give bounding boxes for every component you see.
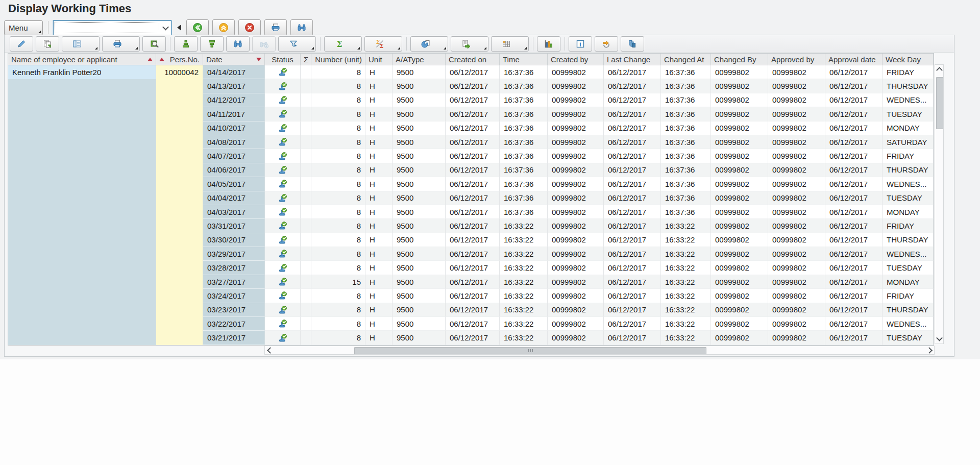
cell-pers_no: 10000042 bbox=[156, 65, 203, 79]
cell-status bbox=[265, 79, 301, 93]
alv-button-edit-pencil[interactable] bbox=[10, 36, 33, 52]
alv-button-details[interactable] bbox=[62, 36, 100, 52]
table-row: 03/29/20178H950006/12/201716:33:22009998… bbox=[8, 247, 934, 261]
cell-approval_date: 06/12/2017 bbox=[825, 79, 883, 93]
cell-pers_no bbox=[156, 149, 203, 163]
cell-name bbox=[8, 177, 156, 191]
toolbar-button-back[interactable] bbox=[186, 19, 209, 36]
scroll-right-button[interactable] bbox=[925, 346, 933, 354]
column-header-time[interactable]: Time bbox=[500, 54, 548, 65]
chevron-left-icon bbox=[267, 347, 274, 354]
scroll-up-button[interactable] bbox=[935, 66, 943, 74]
scroll-left-button[interactable] bbox=[266, 346, 274, 354]
alv-button-copy[interactable] bbox=[36, 36, 59, 52]
toolbar-button-exit[interactable] bbox=[212, 19, 235, 36]
cell-aatype: 9500 bbox=[393, 191, 446, 205]
collapse-toolbar-icon[interactable] bbox=[177, 25, 181, 31]
alv-button-subtotal[interactable]: ΣΣ bbox=[364, 36, 402, 52]
alv-button-print[interactable] bbox=[102, 36, 140, 52]
alv-button-filter[interactable] bbox=[278, 36, 316, 52]
alv-button-sort-ascending[interactable] bbox=[174, 36, 198, 52]
cell-pers_no bbox=[156, 135, 203, 149]
column-header-date[interactable]: Date bbox=[203, 54, 265, 65]
alv-button-find[interactable] bbox=[226, 36, 250, 52]
cell-name bbox=[8, 247, 156, 261]
alv-button-sum[interactable]: Σ bbox=[324, 36, 362, 52]
cell-aatype: 9500 bbox=[393, 247, 446, 261]
cell-time: 16:37:36 bbox=[500, 135, 548, 149]
cell-created_on: 06/12/2017 bbox=[446, 149, 500, 163]
command-combobox[interactable] bbox=[53, 20, 172, 35]
cell-status bbox=[265, 247, 301, 261]
scroll-down-button[interactable] bbox=[935, 334, 943, 342]
column-header-week_day[interactable]: Week Day bbox=[883, 54, 934, 65]
cell-last_change: 06/12/2017 bbox=[604, 233, 661, 247]
approved-stamp-icon bbox=[278, 221, 288, 231]
alv-button-export[interactable] bbox=[451, 36, 488, 52]
cell-changed_at: 16:33:22 bbox=[661, 275, 711, 289]
cell-aatype: 9500 bbox=[393, 93, 446, 107]
alv-button-print-preview[interactable] bbox=[410, 36, 448, 52]
alv-button-choose-layout[interactable] bbox=[491, 36, 529, 52]
cell-pers_no bbox=[156, 233, 203, 247]
alv-button-info[interactable]: i bbox=[569, 36, 592, 52]
column-header-aatype[interactable]: A/AType bbox=[393, 54, 446, 65]
cell-changed_by: 00999802 bbox=[711, 289, 768, 303]
cell-unit: H bbox=[365, 261, 393, 275]
alv-button-search-preview[interactable] bbox=[142, 36, 166, 52]
cell-name bbox=[8, 107, 156, 121]
scrollbar-grip-icon bbox=[530, 349, 531, 352]
table-row: 04/12/20178H950006/12/201716:37:36009998… bbox=[8, 93, 934, 107]
column-header-pers_no[interactable]: Pers.No. bbox=[156, 54, 203, 65]
cell-approved_by: 00999802 bbox=[768, 247, 825, 261]
column-header-status[interactable]: Status bbox=[265, 54, 301, 65]
toolbar-group-separator bbox=[406, 37, 407, 51]
cell-pers_no bbox=[156, 177, 203, 191]
column-header-last_change[interactable]: Last Change bbox=[604, 54, 661, 65]
alv-button-graphic[interactable] bbox=[537, 36, 560, 52]
cell-aatype: 9500 bbox=[393, 121, 446, 135]
cell-week_day: WEDNES... bbox=[883, 177, 934, 191]
cell-date: 04/11/2017 bbox=[203, 107, 265, 121]
column-header-changed_by[interactable]: Changed By bbox=[711, 54, 768, 65]
cell-approved_by: 00999802 bbox=[768, 93, 825, 107]
toolbar-button-find[interactable] bbox=[290, 19, 313, 36]
cell-last_change: 06/12/2017 bbox=[604, 219, 661, 233]
alv-button-sort-descending[interactable] bbox=[200, 36, 224, 52]
column-header-created_by[interactable]: Created by bbox=[548, 54, 604, 65]
cell-aatype: 9500 bbox=[393, 65, 446, 79]
cell-last_change: 06/12/2017 bbox=[604, 93, 661, 107]
combobox-dropdown-button[interactable] bbox=[160, 21, 171, 35]
cell-created_on: 06/12/2017 bbox=[446, 177, 500, 191]
toolbar-button-cancel[interactable] bbox=[238, 19, 261, 36]
column-header-unit[interactable]: Unit bbox=[365, 54, 393, 65]
column-header-sum[interactable]: Σ bbox=[301, 54, 311, 65]
horizontal-scrollbar[interactable] bbox=[264, 346, 935, 355]
column-header-name[interactable]: Name of employee or applicant bbox=[8, 54, 156, 65]
cell-changed_by: 00999802 bbox=[711, 247, 768, 261]
find-icon bbox=[233, 39, 243, 49]
column-header-approval_date[interactable]: Approval date bbox=[825, 54, 883, 65]
cell-approval_date: 06/12/2017 bbox=[825, 275, 883, 289]
cell-changed_at: 16:37:36 bbox=[661, 205, 711, 219]
svg-text:i: i bbox=[579, 40, 581, 47]
cell-last_change: 06/12/2017 bbox=[604, 149, 661, 163]
alv-button-views[interactable] bbox=[621, 36, 644, 52]
toolbar-button-print[interactable] bbox=[264, 19, 287, 36]
command-input[interactable] bbox=[55, 23, 159, 33]
cell-week_day: TUESDAY bbox=[883, 191, 934, 205]
cell-pers_no bbox=[156, 331, 203, 345]
menu-button[interactable]: Menu bbox=[4, 20, 43, 35]
column-header-label: Approval date bbox=[828, 55, 879, 64]
horizontal-scrollbar-thumb[interactable] bbox=[354, 347, 706, 354]
dropdown-indicator-icon bbox=[524, 47, 527, 50]
vertical-scrollbar-thumb[interactable] bbox=[936, 77, 943, 129]
cell-time: 16:37:36 bbox=[500, 93, 548, 107]
column-header-changed_at[interactable]: Changed At bbox=[661, 54, 711, 65]
column-header-number[interactable]: Number (unit) bbox=[311, 54, 365, 65]
vertical-scrollbar[interactable] bbox=[935, 64, 944, 344]
column-header-created_on[interactable]: Created on bbox=[446, 54, 500, 65]
alv-button-refresh[interactable] bbox=[595, 36, 618, 52]
table-row: 03/22/20178H950006/12/201716:33:22009998… bbox=[8, 317, 934, 331]
column-header-approved_by[interactable]: Approved by bbox=[768, 54, 825, 65]
